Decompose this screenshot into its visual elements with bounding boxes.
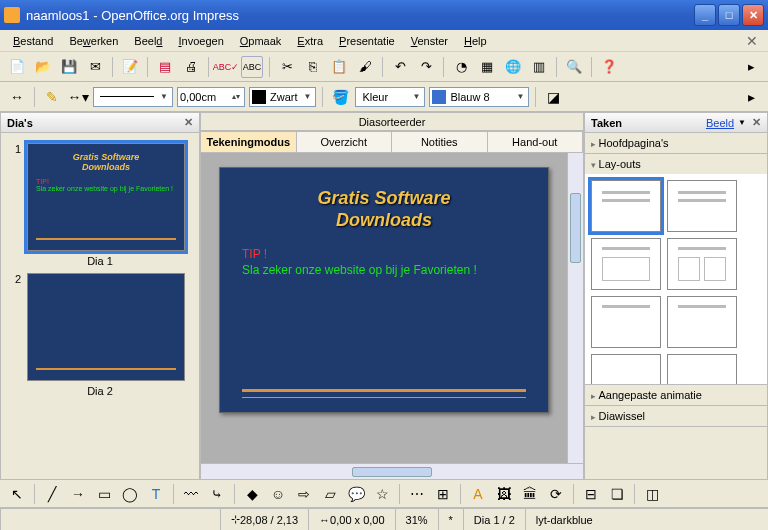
- from-file-icon[interactable]: 🖼: [493, 483, 515, 505]
- line-style-select[interactable]: ▼: [93, 87, 173, 107]
- menu-extra[interactable]: Extra: [290, 32, 330, 50]
- paste-icon[interactable]: 📋: [328, 56, 350, 78]
- arrange-icon[interactable]: ❏: [606, 483, 628, 505]
- tab-overzicht[interactable]: Overzicht: [296, 131, 393, 152]
- zoom-icon[interactable]: 🔍: [563, 56, 585, 78]
- pdf-icon[interactable]: ▤: [154, 56, 176, 78]
- slides-panel-close-icon[interactable]: ✕: [184, 116, 193, 129]
- stars-icon[interactable]: ☆: [371, 483, 393, 505]
- tab-notities[interactable]: Notities: [391, 131, 488, 152]
- undo-icon[interactable]: ↶: [389, 56, 411, 78]
- menu-invoegen[interactable]: Invoegen: [171, 32, 230, 50]
- line-icon[interactable]: ╱: [41, 483, 63, 505]
- doc-close-button[interactable]: ✕: [742, 33, 762, 49]
- menu-presentatie[interactable]: Presentatie: [332, 32, 402, 50]
- main-area: Dia's ✕ 1 Gratis Software Downloads TIP!…: [0, 112, 768, 480]
- layout-item[interactable]: [667, 354, 737, 384]
- line-width-input[interactable]: ▴▾: [177, 87, 245, 107]
- layout-item[interactable]: [591, 354, 661, 384]
- layout-item[interactable]: [591, 238, 661, 290]
- rotate-icon[interactable]: ⟳: [545, 483, 567, 505]
- line-color-select[interactable]: Zwart ▼: [249, 87, 316, 107]
- maximize-button[interactable]: □: [718, 4, 740, 26]
- vertical-scrollbar[interactable]: [567, 153, 583, 463]
- slide-label: Dia 2: [15, 385, 185, 397]
- task-section-layouts[interactable]: Lay-outs: [585, 154, 767, 385]
- fill-color-select[interactable]: Blauw 8 ▼: [429, 87, 529, 107]
- toolbar-overflow-icon[interactable]: ▸: [740, 56, 762, 78]
- slide-sorter-label[interactable]: Diasorteerder: [201, 113, 583, 131]
- menu-venster[interactable]: Venster: [404, 32, 455, 50]
- text-icon[interactable]: T: [145, 483, 167, 505]
- canvas-viewport[interactable]: Gratis Software Downloads TIP ! Sla zeke…: [201, 153, 567, 463]
- task-section-hoofdpaginas[interactable]: Hoofdpagina's: [585, 133, 767, 154]
- layout-item[interactable]: [667, 238, 737, 290]
- fill-bucket-icon[interactable]: 🪣: [329, 86, 351, 108]
- spellcheck-icon[interactable]: ABC✓: [215, 56, 237, 78]
- navigator-icon[interactable]: ▥: [528, 56, 550, 78]
- hyperlink-icon[interactable]: 🌐: [502, 56, 524, 78]
- task-section-diawissel[interactable]: Diawissel: [585, 406, 767, 427]
- line-width-value[interactable]: [180, 91, 230, 103]
- layout-item[interactable]: [667, 296, 737, 348]
- block-arrows-icon[interactable]: ⇨: [293, 483, 315, 505]
- extrusion-icon[interactable]: ◫: [641, 483, 663, 505]
- fontwork-icon[interactable]: A: [467, 483, 489, 505]
- layout-item[interactable]: [591, 296, 661, 348]
- menu-beeld[interactable]: Beeld: [127, 32, 169, 50]
- shadow-icon[interactable]: ◪: [542, 86, 564, 108]
- points-icon[interactable]: ⋯: [406, 483, 428, 505]
- new-icon[interactable]: 📄: [6, 56, 28, 78]
- task-section-animatie[interactable]: Aangepaste animatie: [585, 385, 767, 406]
- fill-color-swatch: [432, 90, 446, 104]
- glue-icon[interactable]: ⊞: [432, 483, 454, 505]
- menu-bewerken[interactable]: Bewerken: [62, 32, 125, 50]
- chart-icon[interactable]: ◔: [450, 56, 472, 78]
- slide-thumb-1[interactable]: 1 Gratis Software Downloads TIP! Sla zek…: [15, 143, 185, 267]
- align-icon[interactable]: ⊟: [580, 483, 602, 505]
- status-zoom[interactable]: 31%: [395, 509, 438, 530]
- callouts-icon[interactable]: 💬: [345, 483, 367, 505]
- slide-canvas[interactable]: Gratis Software Downloads TIP ! Sla zeke…: [219, 167, 549, 413]
- menu-bestand[interactable]: Bestand: [6, 32, 60, 50]
- print-icon[interactable]: 🖨: [180, 56, 202, 78]
- symbol-shapes-icon[interactable]: ☺: [267, 483, 289, 505]
- toolbar2-overflow-icon[interactable]: ▸: [740, 86, 762, 108]
- table-icon[interactable]: ▦: [476, 56, 498, 78]
- rect-icon[interactable]: ▭: [93, 483, 115, 505]
- format-paint-icon[interactable]: 🖌: [354, 56, 376, 78]
- menu-help[interactable]: Help: [457, 32, 494, 50]
- tab-tekeningmodus[interactable]: Tekeningmodus: [200, 131, 297, 152]
- redo-icon[interactable]: ↷: [415, 56, 437, 78]
- open-icon[interactable]: 📂: [32, 56, 54, 78]
- tab-handout[interactable]: Hand-out: [487, 131, 584, 152]
- edit-icon[interactable]: 📝: [119, 56, 141, 78]
- fill-mode-select[interactable]: Kleur ▼: [355, 87, 425, 107]
- arrow-style-icon[interactable]: ↔: [6, 86, 28, 108]
- ellipse-icon[interactable]: ◯: [119, 483, 141, 505]
- copy-icon[interactable]: ⎘: [302, 56, 324, 78]
- line-style-icon[interactable]: ✎: [41, 86, 63, 108]
- close-button[interactable]: ✕: [742, 4, 764, 26]
- save-icon[interactable]: 💾: [58, 56, 80, 78]
- tasks-view-link[interactable]: Beeld: [706, 117, 734, 129]
- slide-thumb-2[interactable]: 2 Dia 2: [15, 273, 185, 397]
- select-icon[interactable]: ↖: [6, 483, 28, 505]
- minimize-button[interactable]: _: [694, 4, 716, 26]
- curve-icon[interactable]: 〰: [180, 483, 202, 505]
- basic-shapes-icon[interactable]: ◆: [241, 483, 263, 505]
- mail-icon[interactable]: ✉: [84, 56, 106, 78]
- arrow-ends-icon[interactable]: ↔▾: [67, 86, 89, 108]
- help-icon[interactable]: ❓: [598, 56, 620, 78]
- flowchart-icon[interactable]: ▱: [319, 483, 341, 505]
- autospell-icon[interactable]: ABC: [241, 56, 263, 78]
- horizontal-scrollbar[interactable]: [201, 463, 583, 479]
- cut-icon[interactable]: ✂: [276, 56, 298, 78]
- tasks-panel-close-icon[interactable]: ✕: [752, 116, 761, 129]
- gallery-icon[interactable]: 🏛: [519, 483, 541, 505]
- layout-item[interactable]: [667, 180, 737, 232]
- menu-opmaak[interactable]: Opmaak: [233, 32, 289, 50]
- connector-icon[interactable]: ⤷: [206, 483, 228, 505]
- arrow-icon[interactable]: →: [67, 483, 89, 505]
- layout-item[interactable]: [591, 180, 661, 232]
